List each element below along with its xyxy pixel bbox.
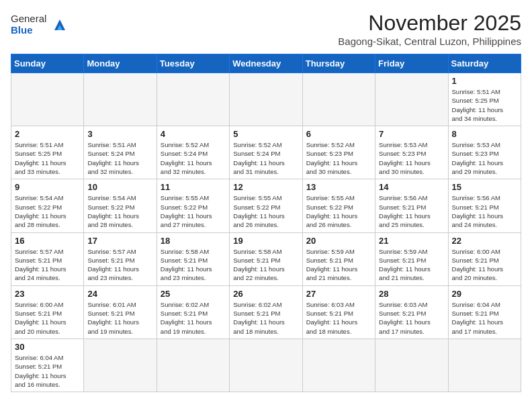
calendar-header: SundayMondayTuesdayWednesdayThursdayFrid…: [11, 54, 521, 73]
day-header-tuesday: Tuesday: [157, 54, 229, 73]
logo-blue-text: Blue: [11, 25, 46, 36]
calendar-cell: [84, 338, 157, 392]
day-info: Sunrise: 5:59 AM Sunset: 5:21 PM Dayligh…: [379, 247, 444, 283]
calendar-cell: 2Sunrise: 5:51 AM Sunset: 5:25 PM Daylig…: [11, 126, 84, 179]
day-info: Sunrise: 5:55 AM Sunset: 5:22 PM Dayligh…: [306, 193, 371, 229]
day-info: Sunrise: 5:57 AM Sunset: 5:21 PM Dayligh…: [87, 247, 152, 283]
calendar-cell: [230, 338, 302, 392]
day-number: 25: [161, 289, 226, 299]
day-header-thursday: Thursday: [302, 54, 375, 73]
day-number: 1: [452, 76, 517, 86]
day-number: 22: [452, 236, 517, 246]
day-info: Sunrise: 5:57 AM Sunset: 5:21 PM Dayligh…: [15, 247, 80, 283]
day-number: 3: [87, 129, 152, 139]
day-header-saturday: Saturday: [448, 54, 521, 73]
day-number: 23: [15, 289, 80, 299]
day-number: 17: [87, 236, 152, 246]
day-info: Sunrise: 6:03 AM Sunset: 5:21 PM Dayligh…: [379, 300, 444, 336]
calendar-cell: [230, 73, 302, 126]
calendar-cell: 4Sunrise: 5:52 AM Sunset: 5:24 PM Daylig…: [157, 126, 229, 179]
day-number: 8: [452, 129, 517, 139]
day-headers-row: SundayMondayTuesdayWednesdayThursdayFrid…: [11, 54, 521, 73]
day-number: 7: [379, 129, 444, 139]
calendar-cell: 21Sunrise: 5:59 AM Sunset: 5:21 PM Dayli…: [375, 232, 448, 285]
calendar-cell: 10Sunrise: 5:54 AM Sunset: 5:22 PM Dayli…: [84, 179, 157, 232]
day-number: 29: [452, 289, 517, 299]
calendar-cell: 25Sunrise: 6:02 AM Sunset: 5:21 PM Dayli…: [157, 285, 229, 338]
week-row-5: 30Sunrise: 6:04 AM Sunset: 5:21 PM Dayli…: [11, 338, 521, 392]
calendar-cell: 15Sunrise: 5:56 AM Sunset: 5:21 PM Dayli…: [448, 179, 521, 232]
week-row-1: 2Sunrise: 5:51 AM Sunset: 5:25 PM Daylig…: [11, 126, 521, 179]
calendar: SundayMondayTuesdayWednesdayThursdayFrid…: [11, 54, 521, 392]
day-info: Sunrise: 5:52 AM Sunset: 5:24 PM Dayligh…: [233, 140, 298, 176]
day-info: Sunrise: 6:01 AM Sunset: 5:21 PM Dayligh…: [87, 300, 152, 336]
day-info: Sunrise: 6:02 AM Sunset: 5:21 PM Dayligh…: [161, 300, 226, 336]
calendar-cell: 27Sunrise: 6:03 AM Sunset: 5:21 PM Dayli…: [302, 285, 375, 338]
day-number: 30: [15, 342, 80, 352]
day-number: 28: [379, 289, 444, 299]
week-row-2: 9Sunrise: 5:54 AM Sunset: 5:22 PM Daylig…: [11, 179, 521, 232]
day-number: 10: [87, 182, 152, 192]
day-info: Sunrise: 5:51 AM Sunset: 5:25 PM Dayligh…: [15, 140, 80, 176]
calendar-cell: [157, 338, 229, 392]
calendar-cell: [448, 338, 521, 392]
calendar-cell: 19Sunrise: 5:58 AM Sunset: 5:21 PM Dayli…: [230, 232, 302, 285]
day-number: 20: [306, 236, 371, 246]
day-number: 12: [233, 182, 298, 192]
calendar-cell: 26Sunrise: 6:02 AM Sunset: 5:21 PM Dayli…: [230, 285, 302, 338]
day-number: 19: [233, 236, 298, 246]
day-number: 16: [15, 236, 80, 246]
day-info: Sunrise: 5:54 AM Sunset: 5:22 PM Dayligh…: [15, 193, 80, 229]
week-row-4: 23Sunrise: 6:00 AM Sunset: 5:21 PM Dayli…: [11, 285, 521, 338]
calendar-cell: 12Sunrise: 5:55 AM Sunset: 5:22 PM Dayli…: [230, 179, 302, 232]
calendar-cell: [302, 73, 375, 126]
calendar-cell: [375, 73, 448, 126]
day-info: Sunrise: 6:04 AM Sunset: 5:21 PM Dayligh…: [452, 300, 517, 336]
day-info: Sunrise: 6:00 AM Sunset: 5:21 PM Dayligh…: [452, 247, 517, 283]
day-info: Sunrise: 5:53 AM Sunset: 5:23 PM Dayligh…: [379, 140, 444, 176]
day-info: Sunrise: 5:58 AM Sunset: 5:21 PM Dayligh…: [233, 247, 298, 283]
calendar-cell: 17Sunrise: 5:57 AM Sunset: 5:21 PM Dayli…: [84, 232, 157, 285]
calendar-cell: 3Sunrise: 5:51 AM Sunset: 5:24 PM Daylig…: [84, 126, 157, 179]
day-header-sunday: Sunday: [11, 54, 84, 73]
calendar-cell: 28Sunrise: 6:03 AM Sunset: 5:21 PM Dayli…: [375, 285, 448, 338]
day-number: 21: [379, 236, 444, 246]
day-number: 4: [161, 129, 226, 139]
calendar-cell: 9Sunrise: 5:54 AM Sunset: 5:22 PM Daylig…: [11, 179, 84, 232]
calendar-cell: 8Sunrise: 5:53 AM Sunset: 5:23 PM Daylig…: [448, 126, 521, 179]
calendar-cell: 18Sunrise: 5:58 AM Sunset: 5:21 PM Dayli…: [157, 232, 229, 285]
day-info: Sunrise: 6:00 AM Sunset: 5:21 PM Dayligh…: [15, 300, 80, 336]
header: General Blue November 2025 Bagong-Sikat,…: [11, 11, 521, 47]
day-number: 2: [15, 129, 80, 139]
day-number: 15: [452, 182, 517, 192]
day-header-wednesday: Wednesday: [230, 54, 302, 73]
day-number: 13: [306, 182, 371, 192]
calendar-cell: 13Sunrise: 5:55 AM Sunset: 5:22 PM Dayli…: [302, 179, 375, 232]
calendar-cell: 24Sunrise: 6:01 AM Sunset: 5:21 PM Dayli…: [84, 285, 157, 338]
day-info: Sunrise: 5:56 AM Sunset: 5:21 PM Dayligh…: [452, 193, 517, 229]
week-row-0: 1Sunrise: 5:51 AM Sunset: 5:25 PM Daylig…: [11, 73, 521, 126]
day-number: 11: [161, 182, 226, 192]
calendar-cell: 22Sunrise: 6:00 AM Sunset: 5:21 PM Dayli…: [448, 232, 521, 285]
calendar-cell: 7Sunrise: 5:53 AM Sunset: 5:23 PM Daylig…: [375, 126, 448, 179]
day-info: Sunrise: 5:51 AM Sunset: 5:25 PM Dayligh…: [452, 87, 517, 123]
day-number: 5: [233, 129, 298, 139]
day-number: 9: [15, 182, 80, 192]
day-info: Sunrise: 6:03 AM Sunset: 5:21 PM Dayligh…: [306, 300, 371, 336]
calendar-cell: 11Sunrise: 5:55 AM Sunset: 5:22 PM Dayli…: [157, 179, 229, 232]
day-info: Sunrise: 5:51 AM Sunset: 5:24 PM Dayligh…: [87, 140, 152, 176]
title-area: November 2025 Bagong-Sikat, Central Luzo…: [338, 11, 521, 47]
calendar-cell: 16Sunrise: 5:57 AM Sunset: 5:21 PM Dayli…: [11, 232, 84, 285]
day-number: 26: [233, 289, 298, 299]
day-number: 27: [306, 289, 371, 299]
week-row-3: 16Sunrise: 5:57 AM Sunset: 5:21 PM Dayli…: [11, 232, 521, 285]
calendar-cell: 20Sunrise: 5:59 AM Sunset: 5:21 PM Dayli…: [302, 232, 375, 285]
day-info: Sunrise: 5:55 AM Sunset: 5:22 PM Dayligh…: [161, 193, 226, 229]
calendar-cell: 14Sunrise: 5:56 AM Sunset: 5:21 PM Dayli…: [375, 179, 448, 232]
day-info: Sunrise: 5:55 AM Sunset: 5:22 PM Dayligh…: [233, 193, 298, 229]
day-header-friday: Friday: [375, 54, 448, 73]
day-info: Sunrise: 5:56 AM Sunset: 5:21 PM Dayligh…: [379, 193, 444, 229]
day-info: Sunrise: 5:52 AM Sunset: 5:23 PM Dayligh…: [306, 140, 371, 176]
calendar-cell: 29Sunrise: 6:04 AM Sunset: 5:21 PM Dayli…: [448, 285, 521, 338]
day-number: 6: [306, 129, 371, 139]
